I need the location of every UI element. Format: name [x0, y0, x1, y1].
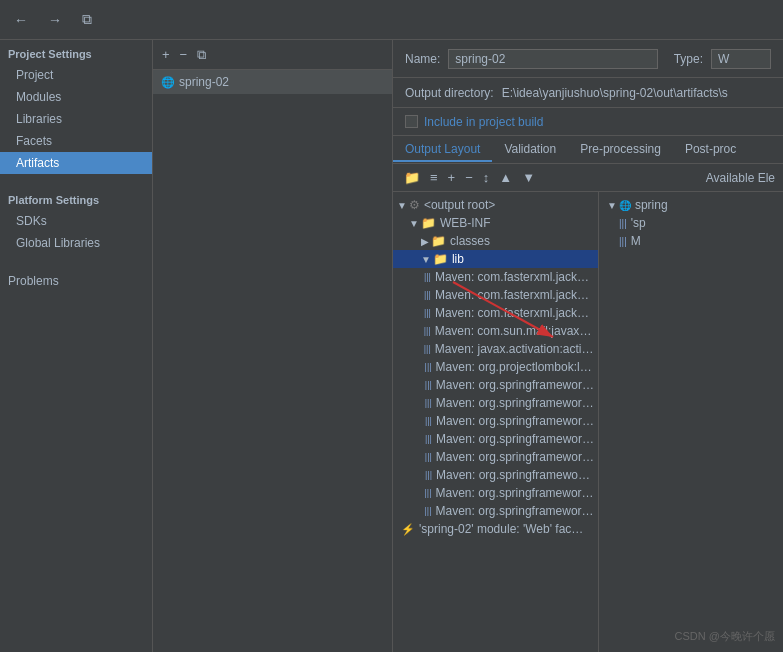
top-bar: ← → ⧉	[0, 0, 783, 40]
layout-up-button[interactable]: ▲	[496, 169, 515, 186]
artifact-list-toolbar: + − ⧉	[153, 40, 392, 70]
tree-dep-10-label: Maven: org.springframework:spring-cc	[436, 432, 594, 446]
tree-item-dep-7[interactable]: ||| Maven: org.springframework:spring-ac	[393, 376, 598, 394]
layout-toolbar: 📁 ≡ + − ↕ ▲ ▼ Available Ele	[393, 164, 783, 192]
dep-icon-13: |||	[425, 488, 432, 498]
tree-item-lib[interactable]: ▼ 📁 lib	[393, 250, 598, 268]
tree-item-dep-8[interactable]: ||| Maven: org.springframework:spring-be	[393, 394, 598, 412]
tree-item-dep-3[interactable]: ||| Maven: com.fasterxml.jackson.core:ja…	[393, 304, 598, 322]
tree-item-root[interactable]: ▼ ⚙ <output root>	[393, 196, 598, 214]
folder-icon-webinf: 📁	[421, 216, 436, 230]
sidebar: Project Settings Project Modules Librari…	[0, 40, 153, 652]
remove-artifact-button[interactable]: −	[177, 46, 191, 63]
spring-icon: 🌐	[619, 200, 631, 211]
add-artifact-button[interactable]: +	[159, 46, 173, 63]
artifact-list-panel: + − ⧉ 🌐 spring-02	[153, 40, 393, 652]
main-container: Project Settings Project Modules Librari…	[0, 40, 783, 652]
back-button[interactable]: ←	[8, 10, 34, 30]
tabs-row: Output Layout Validation Pre-processing …	[393, 136, 783, 164]
layout-add-button[interactable]: +	[445, 169, 459, 186]
tree-item-classes-label: classes	[450, 234, 490, 248]
tree-item-webinf-label: WEB-INF	[440, 216, 491, 230]
tab-pre-processing[interactable]: Pre-processing	[568, 138, 673, 162]
artifact-list-items: 🌐 spring-02	[153, 70, 392, 652]
tree-item-dep-5[interactable]: ||| Maven: javax.activation:activation:1…	[393, 340, 598, 358]
dep-icon-6: |||	[425, 362, 432, 372]
tree-dep-8-label: Maven: org.springframework:spring-be	[436, 396, 594, 410]
tab-validation[interactable]: Validation	[492, 138, 568, 162]
sidebar-problems[interactable]: Problems	[0, 266, 152, 292]
platform-settings-title: Platform Settings	[0, 186, 152, 210]
dep-icon-12: |||	[425, 470, 432, 480]
dep-icon-9: |||	[425, 416, 432, 426]
sidebar-item-modules[interactable]: Modules	[0, 86, 152, 108]
forward-button[interactable]: →	[42, 10, 68, 30]
layout-folder-button[interactable]: 📁	[401, 169, 423, 186]
include-checkbox[interactable]	[405, 115, 418, 128]
dep-icon-14: |||	[425, 506, 432, 516]
layout-remove-button[interactable]: −	[462, 169, 476, 186]
sidebar-item-project[interactable]: Project	[0, 64, 152, 86]
watermark: CSDN @今晚许个愿	[675, 629, 775, 644]
tree-item-dep-12[interactable]: ||| Maven: org.springframework:spring-jc…	[393, 466, 598, 484]
tree-item-webinf[interactable]: ▼ 📁 WEB-INF	[393, 214, 598, 232]
sidebar-item-facets[interactable]: Facets	[0, 130, 152, 152]
tree-item-dep-6[interactable]: ||| Maven: org.projectlombok:lombok:1.18	[393, 358, 598, 376]
include-label[interactable]: Include in project build	[424, 115, 543, 129]
dep-icon-4: |||	[424, 326, 431, 336]
tree-item-classes[interactable]: ▶ 📁 classes	[393, 232, 598, 250]
tree-item-lib-label: lib	[452, 252, 464, 266]
dep-icon-8: |||	[425, 398, 432, 408]
artifact-list-item[interactable]: 🌐 spring-02	[153, 70, 392, 94]
copy-artifact-button[interactable]: ⧉	[194, 46, 209, 64]
tree-item-dep-11[interactable]: ||| Maven: org.springframework:spring-ex	[393, 448, 598, 466]
type-input[interactable]	[711, 49, 771, 69]
copy-button[interactable]: ⧉	[76, 9, 98, 30]
sidebar-item-artifacts[interactable]: Artifacts	[0, 152, 152, 174]
tree-dep-4-label: Maven: com.sun.mail:javax.mail:1.5.0 (P	[435, 324, 594, 338]
layout-down-button[interactable]: ▼	[519, 169, 538, 186]
name-input[interactable]	[448, 49, 657, 69]
artifact-icon: 🌐	[161, 76, 175, 89]
tree-item-dep-4[interactable]: ||| Maven: com.sun.mail:javax.mail:1.5.0…	[393, 322, 598, 340]
right-panel: Name: Type: Output directory: E:\idea\ya…	[393, 40, 783, 652]
sp-icon: |||	[619, 218, 627, 229]
file-tree: ▼ ⚙ <output root> ▼ 📁 WEB-INF ▶ 📁 classe…	[393, 192, 598, 652]
dep-icon-7: |||	[425, 380, 432, 390]
available-panel: ▼ 🌐 spring ||| 'sp ||| M	[598, 192, 783, 652]
sidebar-item-global-libraries[interactable]: Global Libraries	[0, 232, 152, 254]
layout-list-button[interactable]: ≡	[427, 169, 441, 186]
output-row: Output directory: E:\idea\yanjiushuo\spr…	[393, 78, 783, 108]
tree-dep-11-label: Maven: org.springframework:spring-ex	[436, 450, 594, 464]
tree-dep-13-label: Maven: org.springframework:spring-we	[436, 486, 594, 500]
tab-output-layout[interactable]: Output Layout	[393, 138, 492, 162]
folder-icon-classes: 📁	[431, 234, 446, 248]
avail-item-m[interactable]: ||| M	[599, 232, 783, 250]
sidebar-item-libraries[interactable]: Libraries	[0, 108, 152, 130]
tree-item-dep-2[interactable]: ||| Maven: com.fasterxml.jackson.core:ja…	[393, 286, 598, 304]
type-label: Type:	[674, 52, 703, 66]
tree-dep-2-label: Maven: com.fasterxml.jackson.core:jack	[435, 288, 594, 302]
folder-icon-lib: 📁	[433, 252, 448, 266]
include-row: Include in project build	[393, 108, 783, 136]
tree-item-dep-10[interactable]: ||| Maven: org.springframework:spring-cc	[393, 430, 598, 448]
available-label: Available Ele	[706, 171, 775, 185]
avail-item-spring[interactable]: ▼ 🌐 spring	[599, 196, 783, 214]
avail-m-label: M	[631, 234, 641, 248]
artifact-name: spring-02	[179, 75, 229, 89]
layout-sort-button[interactable]: ↕	[480, 169, 493, 186]
expander-lib: ▼	[421, 254, 431, 265]
avail-item-sp[interactable]: ||| 'sp	[599, 214, 783, 232]
tree-item-dep-13[interactable]: ||| Maven: org.springframework:spring-we	[393, 484, 598, 502]
tree-item-dep-1[interactable]: ||| Maven: com.fasterxml.jackson.core:ja…	[393, 268, 598, 286]
expander-webinf: ▼	[409, 218, 419, 229]
tree-item-dep-14[interactable]: ||| Maven: org.springframework:spring-we	[393, 502, 598, 520]
sidebar-item-sdks[interactable]: SDKs	[0, 210, 152, 232]
name-label: Name:	[405, 52, 440, 66]
tree-dep-3-label: Maven: com.fasterxml.jackson.core:jack	[435, 306, 594, 320]
dep-icon-5: |||	[424, 344, 431, 354]
expander-classes: ▶	[421, 236, 429, 247]
module-icon: ⚡	[401, 523, 415, 536]
tree-item-dep-9[interactable]: ||| Maven: org.springframework:spring-cc	[393, 412, 598, 430]
tab-post-proc[interactable]: Post-proc	[673, 138, 748, 162]
